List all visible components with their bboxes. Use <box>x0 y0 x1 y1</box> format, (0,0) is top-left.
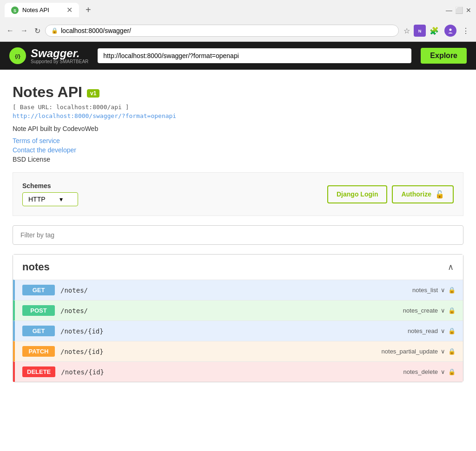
endpoint-name-3: notes_partial_update ∨ 🔒 <box>382 348 456 355</box>
tab-title: Notes API <box>22 7 49 13</box>
notes-section-header[interactable]: notes ∧ <box>13 255 463 280</box>
refresh-button[interactable]: ↻ <box>33 25 42 37</box>
method-badge-get: GET <box>22 285 55 295</box>
endpoint-name-0: notes_list ∨ 🔒 <box>412 287 456 294</box>
method-badge-delete: DELETE <box>22 366 55 377</box>
endpoint-path-4: /notes/{id} <box>61 368 397 376</box>
window-close-button[interactable]: ✕ <box>466 7 471 14</box>
api-info: Notes API v1 [ Base URL: localhost:8000/… <box>13 84 463 163</box>
back-button[interactable]: ← <box>5 25 16 37</box>
authorize-label: Authorize <box>401 190 431 198</box>
filter-input[interactable] <box>20 231 456 239</box>
address-bar: 🔒 <box>45 25 399 37</box>
endpoint-notes-partial-update[interactable]: PATCH /notes/{id} notes_partial_update ∨… <box>13 341 463 361</box>
authorize-lock-icon: 🔓 <box>435 190 444 199</box>
schemes-label: Schemes <box>22 182 78 190</box>
address-input[interactable] <box>61 27 393 34</box>
endpoint-name-2: notes_read ∨ 🔒 <box>408 327 456 334</box>
user-icon[interactable] <box>443 23 458 39</box>
swagger-logo: {/} Swagger. Supported by SMARTBEAR <box>9 47 88 64</box>
api-version-badge: v1 <box>87 89 99 98</box>
extensions-button[interactable]: 🧩 <box>428 25 441 37</box>
endpoint-chevron-0: ∨ <box>441 287 445 294</box>
endpoint-chevron-3: ∨ <box>441 348 445 355</box>
tab-close-button[interactable]: ✕ <box>66 6 73 14</box>
endpoint-notes-read[interactable]: GET /notes/{id} notes_read ∨ 🔒 <box>13 320 463 341</box>
endpoint-path-3: /notes/{id} <box>60 348 376 355</box>
filter-bar[interactable] <box>13 225 463 245</box>
endpoint-lock-4: 🔒 <box>448 368 456 375</box>
api-base-url: [ Base URL: localhost:8000/api ] <box>13 104 463 111</box>
forward-button[interactable]: → <box>19 25 30 37</box>
schemes-selected-value: HTTP <box>28 196 46 203</box>
method-badge-post: POST <box>22 305 55 316</box>
svg-text:N: N <box>418 29 422 33</box>
nav-bar: ← → ↻ 🔒 ☆ N 🧩 <box>0 20 476 41</box>
bookmark-icon[interactable]: ☆ <box>402 25 412 37</box>
endpoint-lock-0: 🔒 <box>448 287 456 294</box>
svg-text:S: S <box>13 8 16 13</box>
swagger-logo-text: Swagger. Supported by SMARTBEAR <box>31 48 88 64</box>
notes-section-title: notes <box>22 261 50 273</box>
swagger-subtitle: Supported by SMARTBEAR <box>31 59 88 64</box>
title-bar: S Notes API ✕ + — ⬜ ✕ <box>0 0 476 20</box>
window-maximize-button[interactable]: ⬜ <box>455 7 463 14</box>
method-badge-get-id: GET <box>22 326 55 336</box>
endpoint-path-0: /notes/ <box>60 287 407 294</box>
window-minimize-button[interactable]: — <box>446 7 452 14</box>
browser-chrome: S Notes API ✕ + — ⬜ ✕ ← → ↻ 🔒 ☆ N <box>0 0 476 42</box>
endpoint-lock-3: 🔒 <box>448 348 456 355</box>
endpoint-name-4: notes_delete ∨ 🔒 <box>403 368 456 375</box>
endpoint-lock-1: 🔒 <box>448 307 456 314</box>
extension-icon[interactable]: N <box>414 25 426 37</box>
django-login-button[interactable]: Django Login <box>327 185 387 203</box>
browser-tab[interactable]: S Notes API ✕ <box>5 3 79 17</box>
new-tab-button[interactable]: + <box>83 5 94 15</box>
notes-section: notes ∧ GET /notes/ notes_list ∨ 🔒 POST … <box>13 254 463 382</box>
swagger-header: {/} Swagger. Supported by SMARTBEAR Expl… <box>0 42 476 70</box>
svg-point-5 <box>450 29 452 31</box>
api-license: BSD License <box>13 156 463 163</box>
endpoint-path-1: /notes/ <box>60 307 397 314</box>
endpoint-name-1: notes_create ∨ 🔒 <box>403 307 456 314</box>
main-content: Notes API v1 [ Base URL: localhost:8000/… <box>3 70 473 396</box>
api-title: Notes API <box>13 84 82 101</box>
swagger-url-input[interactable] <box>98 48 411 63</box>
api-description: Note API built by CodevoWeb <box>13 125 463 132</box>
endpoint-notes-list[interactable]: GET /notes/ notes_list ∨ 🔒 <box>13 280 463 300</box>
terms-link[interactable]: Terms of service <box>13 137 463 144</box>
method-badge-patch: PATCH <box>22 346 55 357</box>
address-lock-icon: 🔒 <box>51 27 58 34</box>
svg-text:{/}: {/} <box>15 53 20 59</box>
endpoint-lock-2: 🔒 <box>448 327 456 334</box>
auth-buttons: Django Login Authorize 🔓 <box>327 185 454 203</box>
nav-icons: ☆ N 🧩 ⋮ <box>402 23 471 39</box>
authorize-button[interactable]: Authorize 🔓 <box>392 185 454 203</box>
tab-favicon: S <box>11 7 19 14</box>
contact-link[interactable]: Contact the developer <box>13 146 463 154</box>
schemes-chevron-icon: ▾ <box>60 196 63 203</box>
api-openapi-link[interactable]: http://localhost:8000/swagger/?format=op… <box>13 112 463 119</box>
swagger-logo-icon: {/} <box>9 47 26 64</box>
endpoint-path-2: /notes/{id} <box>60 327 402 335</box>
endpoint-chevron-2: ∨ <box>441 327 445 334</box>
endpoint-notes-create[interactable]: POST /notes/ notes_create ∨ 🔒 <box>13 300 463 320</box>
endpoint-notes-delete[interactable]: DELETE /notes/{id} notes_delete ∨ 🔒 <box>13 361 463 382</box>
swagger-title: Swagger. <box>31 48 88 59</box>
notes-section-chevron: ∧ <box>448 262 454 272</box>
schemes-select[interactable]: HTTP ▾ <box>22 192 78 206</box>
api-title-row: Notes API v1 <box>13 84 463 101</box>
schemes-container: Schemes HTTP ▾ <box>22 182 78 206</box>
schemes-auth-section: Schemes HTTP ▾ Django Login Authorize 🔓 <box>13 172 463 216</box>
menu-button[interactable]: ⋮ <box>460 25 471 37</box>
endpoints-list: GET /notes/ notes_list ∨ 🔒 POST /notes/ … <box>13 280 463 382</box>
endpoint-chevron-4: ∨ <box>441 368 445 375</box>
explore-button[interactable]: Explore <box>421 48 467 64</box>
endpoint-chevron-1: ∨ <box>441 307 445 314</box>
